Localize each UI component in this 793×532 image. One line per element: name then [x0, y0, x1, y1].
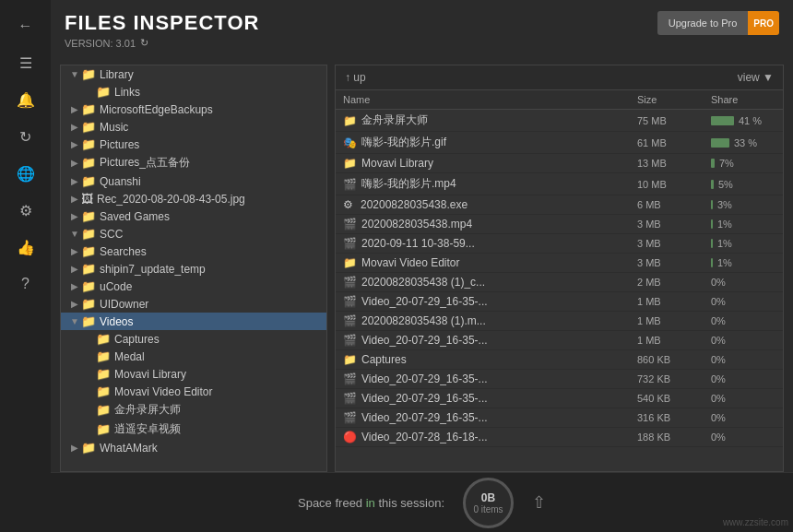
expand-icon: ▶ — [68, 443, 81, 453]
tree-item-label: 金舟录屏大师 — [114, 402, 181, 418]
up-button[interactable]: ↑ up — [345, 71, 366, 84]
tree-item[interactable]: ▶ 📁 Searches — [61, 242, 326, 260]
tree-item[interactable]: 📁 Captures — [61, 330, 326, 348]
tree-item[interactable]: ▶ 📁 shipin7_update_temp — [61, 260, 326, 278]
tree-item-label: 逍遥安卓视频 — [114, 421, 181, 437]
file-row[interactable]: 🎬 2020-09-11 10-38-59... 3 MB 1% — [336, 234, 783, 254]
share-text: 0% — [711, 315, 726, 326]
file-row[interactable]: 🎬 Video_20-07-29_16-35-... 540 KB 0% — [336, 389, 783, 408]
tree-item-label: UIDowner — [100, 298, 148, 311]
footer: Space freed in this session: 0B 0 items … — [51, 472, 793, 532]
tree-item-icon: 📁 — [81, 297, 96, 311]
file-share: 33 % — [711, 137, 775, 148]
tree-item-label: Videos — [100, 315, 133, 328]
tree-item[interactable]: 📁 逍遥安卓视频 — [61, 420, 326, 439]
file-name-text: 2020-09-11 10-38-59... — [361, 237, 475, 250]
tree-item[interactable]: 📁 Medal — [61, 348, 326, 365]
file-name: 🎬 Video_20-07-29_16-35-... — [343, 372, 637, 385]
file-type-icon: 🎬 — [343, 372, 357, 385]
version-refresh-icon[interactable]: ↻ — [140, 37, 148, 49]
thumbsup-icon[interactable]: 👍 — [7, 231, 44, 264]
tree-item[interactable]: ▼ 📁 Library — [61, 65, 326, 83]
file-row[interactable]: 🎬 20200828035438 (1).m... 1 MB 0% — [336, 312, 783, 331]
file-name: 🔴 Video_20-07-28_16-18-... — [343, 431, 637, 443]
upgrade-button[interactable]: Upgrade to Pro — [657, 11, 749, 35]
expand-icon: ▶ — [68, 176, 81, 186]
file-name-text: 金舟录屏大师 — [361, 112, 428, 128]
expand-icon: ▼ — [68, 69, 81, 79]
tree-item[interactable]: ▼ 📁 Videos — [61, 313, 326, 330]
file-name: 🎬 20200828035438 (1).m... — [343, 314, 637, 327]
file-row[interactable]: 🎬 嗨影-我的影片.mp4 10 MB 5% — [336, 173, 783, 195]
file-size: 540 KB — [637, 393, 711, 404]
tree-item[interactable]: ▶ 📁 Quanshi — [61, 172, 326, 190]
tree-item[interactable]: ▶ 📁 UIDowner — [61, 295, 326, 313]
file-name: 📁 Captures — [343, 353, 637, 366]
tree-item[interactable]: ▶ 📁 uCode — [61, 278, 326, 295]
tree-item[interactable]: ▶ 📁 MicrosoftEdgeBackups — [61, 100, 326, 118]
file-row[interactable]: 🎬 Video_20-07-29_16-35-... 316 KB 0% — [336, 408, 783, 428]
file-name-text: 嗨影-我的影片.mp4 — [361, 176, 456, 192]
expand-icon: ▶ — [68, 299, 81, 309]
file-name: 🎬 Video_20-07-29_16-35-... — [343, 411, 637, 424]
space-items: 0 items — [473, 504, 503, 514]
tree-item[interactable]: ▶ 📁 WhatAMark — [61, 439, 326, 456]
file-name-text: Video_20-07-29_16-35-... — [361, 334, 488, 347]
globe-icon[interactable]: 🌐 — [7, 157, 44, 190]
refresh-sidebar-icon[interactable]: ↻ — [7, 120, 44, 153]
file-row[interactable]: ⚙ 20200828035438.exe 6 MB 3% — [336, 195, 783, 215]
file-list[interactable]: 📁 金舟录屏大师 75 MB 41 % 🎭 嗨影-我的影片.gif 61 MB … — [336, 110, 783, 471]
tree-item[interactable]: ▶ 📁 Pictures_点五备份 — [61, 153, 326, 172]
view-button[interactable]: view ▼ — [738, 71, 774, 84]
tree-item-icon: 📁 — [81, 102, 96, 116]
tree-item[interactable]: ▶ 📁 Pictures — [61, 136, 326, 153]
menu-icon[interactable]: ☰ — [7, 46, 44, 79]
tree-item[interactable]: 📁 金舟录屏大师 — [61, 400, 326, 420]
file-row[interactable]: 🔴 Video_20-07-28_16-18-... 188 KB 0% — [336, 428, 783, 447]
tree-panel[interactable]: ▼ 📁 Library 📁 Links ▶ 📁 MicrosoftEdgeBac… — [60, 65, 327, 472]
share-icon[interactable]: ⇧ — [532, 492, 546, 513]
file-row[interactable]: 🎬 Video_20-07-29_16-35-... 1 MB 0% — [336, 331, 783, 350]
tree-item-icon: 📁 — [81, 156, 96, 170]
tree-item[interactable]: ▶ 📁 Music — [61, 118, 326, 136]
file-size: 3 MB — [637, 219, 711, 230]
main-area: FILES INSPECTOR VERSION: 3.01 ↻ Upgrade … — [51, 0, 793, 532]
file-row[interactable]: 📁 Movavi Library 13 MB 7% — [336, 154, 783, 173]
settings-icon[interactable]: ⚙ — [7, 194, 44, 227]
expand-icon: ▼ — [68, 229, 81, 239]
file-type-icon: 🎬 — [343, 392, 357, 405]
file-size: 316 KB — [637, 412, 711, 423]
help-icon[interactable]: ? — [7, 267, 44, 301]
file-row[interactable]: 🎬 20200828035438.mp4 3 MB 1% — [336, 215, 783, 234]
share-bar — [711, 138, 729, 148]
tree-item[interactable]: ▶ 📁 Saved Games — [61, 207, 326, 225]
file-row[interactable]: 📁 Movavi Video Editor 3 MB 1% — [336, 254, 783, 273]
tree-item[interactable]: ▶ 🖼 Rec_2020-08-20-08-43-05.jpg — [61, 190, 326, 207]
tree-item-label: Movavi Video Editor — [114, 385, 213, 398]
file-name-text: Video_20-07-29_16-35-... — [361, 392, 488, 405]
file-share: 0% — [711, 432, 775, 443]
file-name-text: 嗨影-我的影片.gif — [361, 135, 446, 150]
file-name: ⚙ 20200828035438.exe — [343, 198, 637, 211]
file-share: 0% — [711, 296, 775, 307]
tree-item[interactable]: 📁 Movavi Library — [61, 365, 326, 383]
file-row[interactable]: 📁 金舟录屏大师 75 MB 41 % — [336, 110, 783, 132]
tree-item[interactable]: ▼ 📁 SCC — [61, 225, 326, 242]
tree-item[interactable]: 📁 Links — [61, 83, 326, 100]
file-row[interactable]: 📁 Captures 860 KB 0% — [336, 350, 783, 370]
file-type-icon: 📁 — [343, 114, 357, 127]
share-text: 1% — [717, 257, 732, 268]
tree-item-icon: 📁 — [96, 367, 111, 381]
share-text: 7% — [719, 158, 734, 169]
bell-icon[interactable]: 🔔 — [7, 83, 44, 116]
tree-item[interactable]: 📁 Movavi Video Editor — [61, 383, 326, 400]
file-row[interactable]: 🎬 20200828035438 (1)_c... 2 MB 0% — [336, 273, 783, 292]
file-row[interactable]: 🎬 Video_20-07-29_16-35-... 1 MB 0% — [336, 292, 783, 312]
expand-icon: ▶ — [68, 122, 81, 132]
file-panel: ↑ up view ▼ Name Size Share 📁 金舟录屏大师 75 … — [335, 65, 784, 472]
back-icon[interactable]: ← — [7, 9, 44, 42]
file-type-icon: ⚙ — [343, 198, 356, 211]
file-row[interactable]: 🎭 嗨影-我的影片.gif 61 MB 33 % — [336, 132, 783, 154]
file-row[interactable]: 🎬 Video_20-07-29_16-35-... 732 KB 0% — [336, 370, 783, 389]
share-text: 0% — [711, 335, 726, 346]
